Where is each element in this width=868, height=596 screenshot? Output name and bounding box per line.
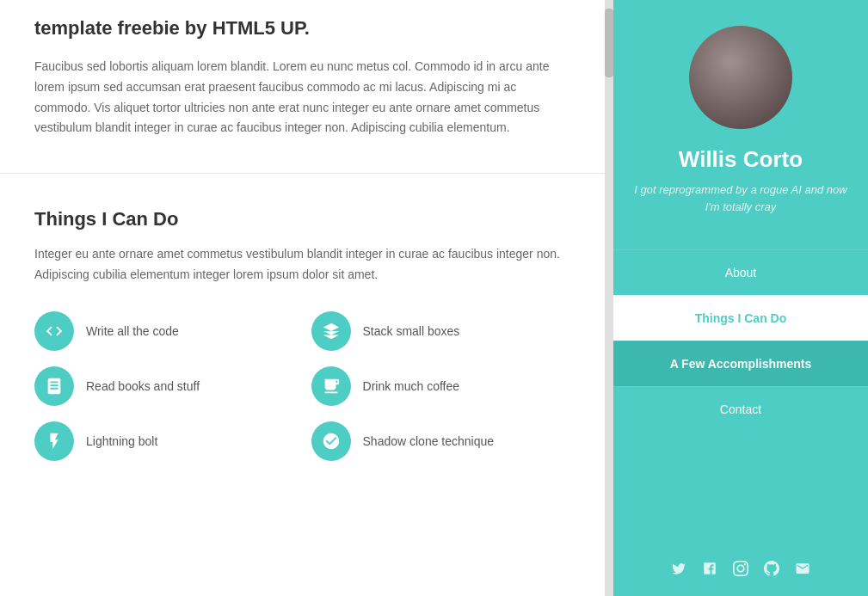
skill-icon-book (34, 366, 74, 406)
skill-item-boxes: Stack small boxes (311, 311, 571, 351)
ninja-icon (322, 432, 341, 451)
sidebar-footer (613, 545, 868, 596)
skill-item-lightning: Lightning bolt (34, 421, 294, 461)
lightning-icon (45, 432, 64, 451)
nav-item-about[interactable]: About (613, 249, 868, 295)
intro-section: template freebie by HTML5 UP. Faucibus s… (0, 0, 605, 174)
skill-icon-coffee (311, 366, 351, 406)
twitter-icon[interactable] (671, 561, 686, 581)
boxes-icon (322, 322, 341, 341)
intro-title: template freebie by HTML5 UP. (34, 17, 570, 40)
sidebar-nav: About Things I Can Do A Few Accomplishme… (613, 249, 868, 432)
email-icon[interactable] (795, 561, 810, 581)
skills-section: Things I Can Do Integer eu ante ornare a… (0, 174, 605, 495)
skill-icon-lightning (34, 421, 74, 461)
skill-label-coffee: Drink much coffee (363, 379, 460, 393)
skills-title: Things I Can Do (34, 208, 570, 230)
scrollbar[interactable] (605, 0, 613, 596)
avatar (689, 26, 792, 129)
skills-description: Integer eu ante ornare amet commetus ves… (34, 244, 570, 286)
skill-icon-ninja (311, 421, 351, 461)
scrollbar-thumb[interactable] (605, 9, 613, 77)
skill-item-code: Write all the code (34, 311, 294, 351)
sidebar: Willis Corto I got reprogrammed by a rog… (613, 0, 868, 596)
book-icon (45, 377, 64, 396)
skill-label-ninja: Shadow clone technique (363, 434, 495, 448)
nav-item-contact[interactable]: Contact (613, 386, 868, 432)
intro-text: Faucibus sed lobortis aliquam lorem blan… (34, 57, 570, 138)
skills-grid: Write all the code Stack small boxes (34, 311, 570, 461)
skill-label-lightning: Lightning bolt (86, 434, 157, 448)
facebook-icon[interactable] (702, 561, 717, 581)
skill-item-book: Read books and stuff (34, 366, 294, 406)
skill-label-code: Write all the code (86, 324, 179, 338)
skill-item-coffee: Drink much coffee (311, 366, 571, 406)
skill-icon-boxes (311, 311, 351, 351)
sidebar-name: Willis Corto (679, 146, 803, 173)
sidebar-tagline: I got reprogrammed by a rogue AI and now… (631, 181, 851, 215)
github-icon[interactable] (764, 561, 779, 581)
skill-label-book: Read books and stuff (86, 379, 200, 393)
code-icon (45, 322, 64, 341)
coffee-icon (322, 377, 341, 396)
sidebar-top: Willis Corto I got reprogrammed by a rog… (613, 0, 868, 249)
skill-icon-code (34, 311, 74, 351)
skill-label-boxes: Stack small boxes (363, 324, 460, 338)
nav-item-things[interactable]: Things I Can Do (613, 295, 868, 341)
main-content: template freebie by HTML5 UP. Faucibus s… (0, 0, 605, 596)
nav-item-accomplishments[interactable]: A Few Accomplishments (613, 341, 868, 386)
skill-item-ninja: Shadow clone technique (311, 421, 571, 461)
instagram-icon[interactable] (733, 561, 748, 581)
